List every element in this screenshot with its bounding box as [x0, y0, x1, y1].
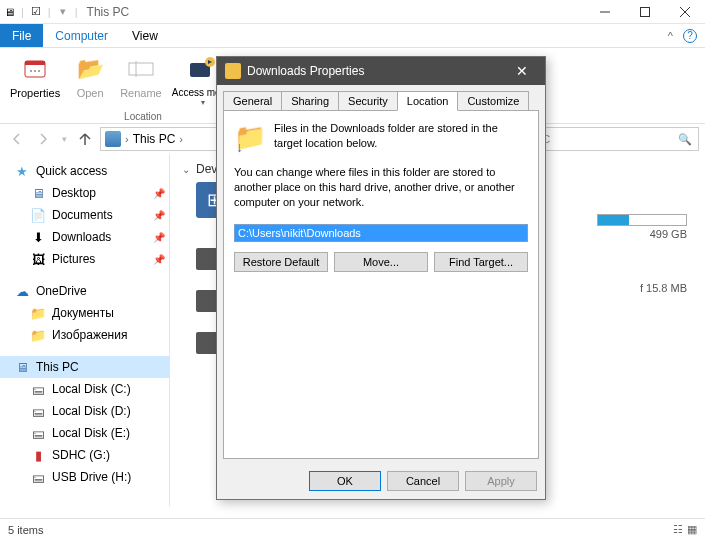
close-icon — [680, 7, 690, 17]
svg-rect-1 — [641, 7, 650, 16]
properties-button[interactable]: Properties — [6, 51, 64, 109]
close-button[interactable] — [665, 0, 705, 24]
sd-card-icon: ▮ — [30, 447, 46, 463]
details-view-icon[interactable]: ☷ — [673, 523, 683, 536]
up-button[interactable] — [74, 128, 96, 150]
restore-default-button[interactable]: Restore Default — [234, 252, 328, 272]
tab-file[interactable]: File — [0, 24, 43, 47]
ribbon-collapse-icon: ^ — [668, 30, 673, 42]
window-title: This PC — [87, 5, 130, 19]
dialog-description-1: Files in the Downloads folder are stored… — [274, 121, 528, 153]
breadcrumb-item[interactable]: This PC — [133, 132, 176, 146]
status-item-count: 5 items — [8, 524, 43, 536]
tab-general[interactable]: General — [223, 91, 282, 111]
svg-point-7 — [34, 70, 36, 72]
drive-free-text-2: f 15.8 MB — [640, 282, 687, 294]
star-icon: ★ — [14, 163, 30, 179]
tab-location[interactable]: Location — [397, 91, 459, 111]
sidebar-local-d[interactable]: 🖴 Local Disk (D:) — [0, 400, 169, 422]
minimize-icon — [600, 7, 610, 17]
sidebar-documents[interactable]: 📄 Documents 📌 — [0, 204, 169, 226]
tab-view[interactable]: View — [120, 24, 170, 47]
onedrive-icon: ☁ — [14, 283, 30, 299]
rename-button[interactable]: Rename — [116, 51, 166, 109]
apply-button[interactable]: Apply — [465, 471, 537, 491]
chevron-down-icon: ▾ — [62, 134, 67, 144]
sidebar-downloads[interactable]: ⬇ Downloads 📌 — [0, 226, 169, 248]
tab-customize[interactable]: Customize — [457, 91, 529, 111]
back-button[interactable] — [6, 128, 28, 150]
tab-computer[interactable]: Computer — [43, 24, 120, 47]
location-path-input[interactable] — [234, 224, 528, 242]
dialog-tabs: General Sharing Security Location Custom… — [217, 85, 545, 111]
maximize-icon — [640, 7, 650, 17]
drive-free-text: 499 GB — [597, 228, 687, 240]
drive-icon: 🖴 — [30, 425, 46, 441]
sidebar-local-c[interactable]: 🖴 Local Disk (C:) — [0, 378, 169, 400]
qat-properties-icon[interactable]: ☑ — [27, 5, 45, 18]
sidebar-usb[interactable]: 🖴 USB Drive (H:) — [0, 466, 169, 488]
help-icon: ? — [683, 29, 697, 43]
ribbon-help-button[interactable]: ^ ? — [660, 24, 705, 47]
sidebar-onedrive-pics[interactable]: 📁 Изображения — [0, 324, 169, 346]
open-icon: 📂 — [74, 53, 106, 85]
up-icon — [77, 131, 93, 147]
window-titlebar: 🖥 | ☑ | ▾ | This PC — [0, 0, 705, 24]
history-dropdown[interactable]: ▾ — [58, 128, 70, 150]
sidebar-onedrive-docs[interactable]: 📁 Документы — [0, 302, 169, 324]
move-button[interactable]: Move... — [334, 252, 428, 272]
find-target-button[interactable]: Find Target... — [434, 252, 528, 272]
sidebar-this-pc[interactable]: 🖥 This PC — [0, 356, 169, 378]
sidebar-desktop[interactable]: 🖥 Desktop 📌 — [0, 182, 169, 204]
ok-button[interactable]: OK — [309, 471, 381, 491]
usb-icon: 🖴 — [30, 469, 46, 485]
system-menu-icon[interactable]: 🖥 — [0, 6, 18, 18]
dialog-title: Downloads Properties — [247, 64, 364, 78]
svg-point-8 — [38, 70, 40, 72]
pictures-icon: 🖼 — [30, 251, 46, 267]
sidebar-quick-access[interactable]: ★ Quick access — [0, 160, 169, 182]
sidebar-local-e[interactable]: 🖴 Local Disk (E:) — [0, 422, 169, 444]
minimize-button[interactable] — [585, 0, 625, 24]
pin-icon: 📌 — [153, 254, 165, 265]
properties-icon — [19, 53, 51, 85]
downloads-icon: ⬇ — [30, 229, 46, 245]
close-icon: ✕ — [516, 63, 528, 79]
cancel-button[interactable]: Cancel — [387, 471, 459, 491]
forward-button[interactable] — [32, 128, 54, 150]
dialog-titlebar[interactable]: Downloads Properties ✕ — [217, 57, 545, 85]
sidebar-pictures[interactable]: 🖼 Pictures 📌 — [0, 248, 169, 270]
status-bar: 5 items ☷ ▦ — [0, 518, 705, 540]
media-icon — [187, 53, 219, 85]
folder-icon: 📁 — [30, 327, 46, 343]
pc-icon: 🖥 — [14, 359, 30, 375]
tab-sharing[interactable]: Sharing — [281, 91, 339, 111]
ribbon-group-label: Location — [124, 111, 162, 122]
properties-dialog: Downloads Properties ✕ General Sharing S… — [216, 56, 546, 500]
dialog-footer: OK Cancel Apply — [217, 465, 545, 499]
dialog-body: 📁↓ Files in the Downloads folder are sto… — [223, 110, 539, 459]
maximize-button[interactable] — [625, 0, 665, 24]
navigation-pane: ★ Quick access 🖥 Desktop 📌 📄 Documents 📌… — [0, 154, 170, 506]
dialog-description-2: You can change where files in this folde… — [234, 165, 528, 210]
chevron-right-icon: › — [179, 133, 183, 145]
pc-icon — [105, 131, 121, 147]
down-arrow-icon: ↓ — [236, 139, 243, 155]
search-icon: 🔍 — [678, 133, 692, 146]
back-icon — [9, 131, 25, 147]
rename-icon — [125, 53, 157, 85]
pin-icon: 📌 — [153, 210, 165, 221]
svg-rect-5 — [25, 61, 45, 65]
large-icons-view-icon[interactable]: ▦ — [687, 523, 697, 536]
svg-rect-9 — [129, 63, 153, 75]
desktop-icon: 🖥 — [30, 185, 46, 201]
downloads-folder-icon: 📁↓ — [234, 121, 266, 153]
tab-security[interactable]: Security — [338, 91, 398, 111]
dialog-close-button[interactable]: ✕ — [507, 63, 537, 79]
chevron-right-icon: › — [125, 133, 129, 145]
folder-icon — [225, 63, 241, 79]
qat-dropdown-icon[interactable]: ▾ — [54, 5, 72, 18]
sidebar-sdhc[interactable]: ▮ SDHC (G:) — [0, 444, 169, 466]
sidebar-onedrive[interactable]: ☁ OneDrive — [0, 280, 169, 302]
open-button[interactable]: 📂 Open — [66, 51, 114, 109]
